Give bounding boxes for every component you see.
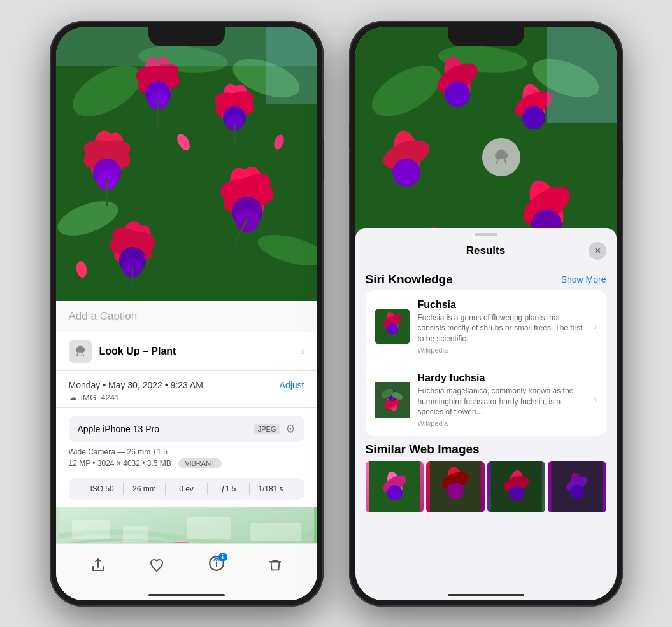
trash-button[interactable]: [268, 558, 282, 573]
phone-1: Add a Caption Look Up – Plant: [50, 21, 324, 607]
fuchsia-chevron-icon: ›: [594, 321, 597, 332]
exif-ev: 0 ev: [166, 483, 208, 495]
notch: [148, 27, 225, 46]
fuchsia-source: Wikipedia: [418, 346, 587, 354]
main-container: Add a Caption Look Up – Plant: [0, 0, 672, 627]
info-badge: i: [218, 553, 227, 561]
photo-display[interactable]: [56, 27, 317, 301]
adjust-button[interactable]: Adjust: [280, 380, 304, 390]
hardy-fuchsia-thumbnail: [375, 382, 410, 418]
look-up-chevron-icon: ›: [301, 346, 304, 356]
svg-rect-49: [123, 526, 148, 542]
look-up-row[interactable]: Look Up – Plant ›: [56, 332, 317, 371]
date-text: Monday • May 30, 2022 • 9:23 AM: [69, 380, 203, 390]
results-panel: Results ✕ Siri Knowledge Show More: [355, 228, 617, 600]
device-row: Apple iPhone 13 Pro JPEG ⚙: [69, 416, 304, 442]
device-tags: JPEG ⚙: [254, 422, 296, 436]
hardy-fuchsia-info: Hardy fuchsia Fuchsia magellanica, commo…: [418, 372, 587, 427]
similar-image-2[interactable]: [426, 461, 485, 512]
fuchsia-thumbnail: [375, 309, 410, 344]
siri-knowledge-header: Siri Knowledge Show More: [355, 266, 617, 290]
visual-search-button[interactable]: [482, 138, 520, 176]
similar-images-grid: [366, 461, 606, 512]
exif-iso: ISO 50: [82, 483, 124, 495]
svg-point-77: [387, 323, 398, 335]
format-tag: JPEG: [254, 424, 280, 434]
knowledge-card: Fuchsia Fuchsia is a genus of flowering …: [366, 290, 606, 437]
results-content[interactable]: Siri Knowledge Show More: [355, 266, 617, 600]
camera-spec-1: Wide Camera — 26 mm ƒ1.5: [69, 447, 304, 456]
similar-section: Similar Web Images: [355, 436, 617, 516]
svg-point-92: [447, 483, 464, 499]
results-screen: Results ✕ Siri Knowledge Show More: [355, 27, 617, 600]
similar-image-4[interactable]: [548, 461, 606, 512]
caption-input[interactable]: Add a Caption: [69, 310, 138, 322]
phone2-vol-down-button[interactable]: [349, 158, 350, 183]
fuchsia-name: Fuchsia: [418, 299, 587, 311]
svg-point-100: [570, 485, 584, 499]
siri-knowledge-title: Siri Knowledge: [366, 272, 453, 286]
device-name-text: Apple iPhone 13 Pro: [78, 424, 159, 434]
fuchsia-info: Fuchsia Fuchsia is a genus of flowering …: [418, 299, 587, 354]
hardy-fuchsia-chevron-icon: ›: [594, 395, 597, 405]
bottom-toolbar: i: [56, 543, 317, 600]
visual-look-up-icon: [69, 340, 92, 363]
photo-details-screen: Add a Caption Look Up – Plant: [56, 27, 317, 600]
settings-icon[interactable]: ⚙: [285, 422, 296, 436]
exif-row: ISO 50 26 mm 0 ev ƒ1.5 1/181 s: [69, 478, 304, 500]
home-indicator: [148, 594, 225, 596]
exif-aperture: ƒ1.5: [208, 483, 250, 495]
svg-rect-48: [72, 520, 110, 539]
camera-specs: Wide Camera — 26 mm ƒ1.5 12 MP • 3024 × …: [56, 442, 317, 476]
phone-1-screen: Add a Caption Look Up – Plant: [56, 27, 317, 600]
svg-rect-51: [250, 523, 301, 541]
svg-point-96: [508, 486, 524, 501]
heart-button[interactable]: [149, 558, 164, 573]
hardy-fuchsia-desc: Fuchsia magellanica, commonly known as t…: [418, 386, 587, 418]
metadata-row: Monday • May 30, 2022 • 9:23 AM Adjust ☁…: [56, 371, 317, 408]
cloud-row: ☁ IMG_4241: [69, 393, 304, 402]
vol-up-button[interactable]: [50, 123, 50, 148]
info-button[interactable]: i: [208, 555, 225, 575]
results-header: Results ✕: [355, 238, 617, 266]
phone-2: Results ✕ Siri Knowledge Show More: [349, 21, 623, 607]
svg-point-63: [522, 106, 545, 129]
svg-rect-73: [547, 27, 617, 123]
flower-svg: [56, 27, 317, 301]
power-button[interactable]: [323, 139, 324, 180]
vibrant-badge: VIBRANT: [178, 458, 222, 468]
svg-rect-45: [266, 27, 317, 104]
phone2-vol-up-button[interactable]: [349, 123, 350, 148]
look-up-label: Look Up – Plant: [99, 346, 176, 357]
caption-area[interactable]: Add a Caption: [56, 301, 317, 332]
similar-image-3[interactable]: [487, 461, 546, 512]
flower-image: [56, 27, 317, 301]
cloud-icon: ☁: [69, 393, 77, 402]
exif-shutter: 1/181 s: [250, 483, 291, 495]
phone2-power-button[interactable]: [622, 139, 623, 180]
close-button[interactable]: ✕: [589, 242, 606, 260]
knowledge-item-hardy-fuchsia[interactable]: Hardy fuchsia Fuchsia magellanica, commo…: [366, 363, 606, 436]
filename-text: IMG_4241: [81, 393, 120, 402]
phone2-notch: [448, 27, 524, 46]
svg-point-60: [445, 81, 470, 107]
phone2-home-indicator: [448, 594, 524, 596]
exif-focal: 26 mm: [124, 483, 166, 495]
similar-images-title: Similar Web Images: [366, 442, 606, 456]
vol-down-button[interactable]: [50, 158, 50, 183]
similar-image-1[interactable]: [366, 461, 424, 512]
svg-point-66: [392, 159, 420, 187]
knowledge-item-fuchsia[interactable]: Fuchsia Fuchsia is a genus of flowering …: [366, 290, 606, 363]
results-handle[interactable]: [475, 233, 497, 236]
results-title: Results: [383, 244, 589, 257]
hardy-fuchsia-name: Hardy fuchsia: [418, 372, 587, 384]
hardy-fuchsia-source: Wikipedia: [418, 419, 587, 427]
share-button[interactable]: [90, 558, 106, 573]
camera-spec-2: 12 MP • 3024 × 4032 • 3.5 MB VIBRANT: [69, 458, 304, 468]
svg-point-88: [387, 485, 402, 500]
svg-rect-50: [187, 517, 231, 539]
fuchsia-desc: Fuchsia is a genus of flowering plants t…: [418, 313, 587, 344]
phone-2-screen: Results ✕ Siri Knowledge Show More: [355, 27, 617, 600]
show-more-button[interactable]: Show More: [561, 274, 606, 285]
